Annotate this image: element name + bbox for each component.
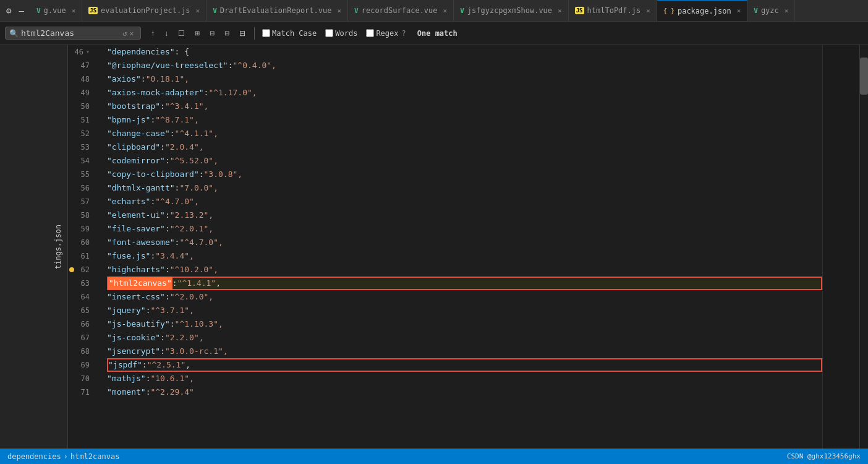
help-label[interactable]: ? [402,29,406,38]
line-number-row: 70 [68,372,95,385]
select-all-button[interactable]: ☐ [174,27,189,40]
code-line: "element-ui": "2.13.2", [107,208,822,222]
line-number-row: 65 [68,304,95,317]
fold-arrow[interactable]: ▾ [86,45,90,59]
search-bar: 🔍 ↺ ✕ ↑ ↓ ☐ ⊞ ⊟ ⊟ ⊟ Match Case Words Reg… [0,22,868,45]
line-number: 55 [81,168,90,181]
multiline-button[interactable]: ⊞ [191,28,203,38]
close-icon[interactable]: × [558,7,562,15]
close-icon[interactable]: × [337,7,341,15]
change-dot [69,267,74,272]
line-number-row: 49 [68,86,95,100]
line-number: 48 [81,72,90,86]
line-number: 58 [81,208,90,222]
line-number: 62 [81,263,90,277]
tab-label: jsfgyzcpgxmShow.vue [467,6,552,15]
replace-button[interactable]: ⊟ [206,28,218,38]
regex-option[interactable]: Regex ? [364,28,408,39]
search-icon: 🔍 [9,29,19,38]
filter-button[interactable]: ⊟ [236,27,249,40]
line-number-row: 53 [68,140,95,154]
tab-g-vue[interactable]: V g.vue × [30,0,82,22]
close-icon[interactable]: × [196,7,200,15]
tab-label: package.json [678,7,731,15]
search-clear-icon[interactable]: ↺ [122,29,127,38]
tab-label: evaluationProject.js [101,6,190,15]
search-close-icon[interactable]: ✕ [129,29,134,38]
tab-eval-project[interactable]: JS evaluationProject.js × [82,0,206,22]
close-icon[interactable]: × [785,7,789,15]
close-icon[interactable]: × [72,7,76,15]
regex-checkbox[interactable] [366,29,374,37]
line-number-row: 46▾ [68,45,95,59]
vue-icon: V [754,7,758,15]
line-number: 46 [75,45,83,59]
code-line: "bpmn-js": "^8.7.1", [107,113,822,127]
code-container: 46▾4748495051525354555657585960616263646… [68,45,868,449]
code-line: "font-awesome": "^4.7.0", [107,236,822,249]
line-number-row: 69 [68,358,95,372]
line-number-row: 50 [68,100,95,113]
line-number: 49 [81,86,90,100]
line-number-row: 58 [68,208,95,222]
line-number: 52 [81,127,90,140]
words-option[interactable]: Words [323,28,360,39]
regex-label: Regex [376,29,398,38]
settings-icon[interactable]: ⚙ [4,4,14,17]
code-line: "@riophae/vue-treeselect": "^0.4.0", [107,59,822,72]
sidebar-label: tings.json [54,225,62,269]
line-number-row: 66 [68,317,95,331]
prev-match-button[interactable]: ↑ [147,27,158,40]
code-line: "file-saver": "^2.0.1", [107,222,822,236]
code-line: "js-beautify": "^1.10.3", [107,317,822,331]
preserve-button[interactable]: ⊟ [221,28,233,38]
json-icon: { } [663,7,674,14]
next-match-button[interactable]: ↓ [161,27,172,40]
tab-package-json[interactable]: { } package.json × [657,0,747,22]
line-number: 53 [81,140,90,154]
status-right: CSDN @ghx123456ghx [787,452,861,460]
vue-icon: V [213,7,217,15]
tab-draft-eval[interactable]: V DraftEvaluationReport.vue × [206,0,348,22]
tab-gyzc[interactable]: V gyzc × [747,0,795,22]
words-checkbox[interactable] [325,29,333,37]
close-icon[interactable]: × [443,7,448,15]
js-icon: JS [575,7,584,14]
line-number: 54 [81,154,90,168]
code-line: "axios-mock-adapter": "^1.17.0", [107,86,822,100]
close-icon[interactable]: × [646,7,650,15]
line-number-row: 57 [68,195,95,208]
tab-jsfgyz[interactable]: V jsfgyzcpgxmShow.vue × [454,0,569,22]
line-number-row: 71 [68,385,95,399]
code-line: "dhtmlx-gantt": "7.0.0", [107,181,822,195]
search-input[interactable] [21,28,120,38]
line-number: 56 [81,181,90,195]
vue-icon: V [460,7,464,15]
line-number: 70 [81,372,90,385]
code-line: "dependencies": { [107,45,822,59]
match-case-checkbox[interactable] [262,29,270,37]
tab-html-to-pdf[interactable]: JS htmlToPdf.js × [569,0,657,22]
code-line: "html2canvas": "^1.4.1", [107,277,822,290]
code-lines[interactable]: "dependencies": { "@riophae/vue-treesele… [102,45,822,449]
editor-area: 46▾4748495051525354555657585960616263646… [68,45,868,449]
vue-icon: V [36,7,41,15]
line-numbers: 46▾4748495051525354555657585960616263646… [68,45,102,449]
code-line: "fuse.js": "3.4.4", [107,249,822,263]
code-line: "jsencrypt": "3.0.0-rc.1", [107,345,822,358]
line-number-row: 55 [68,168,95,181]
code-line: "highcharts": "^10.2.0", [107,263,822,277]
minimize-icon[interactable]: — [16,4,26,17]
line-number: 64 [81,290,90,304]
tab-record-surface[interactable]: V recordSurface.vue × [348,0,454,22]
scroll-indicator[interactable] [859,45,868,449]
scroll-thumb [860,58,868,95]
match-case-option[interactable]: Match Case [260,28,319,39]
code-line: "mathjs": "10.6.1", [107,372,822,385]
line-number-row: 47 [68,59,95,72]
line-number-row: 67 [68,331,95,345]
line-number-row: 64 [68,290,95,304]
close-icon[interactable]: × [737,7,741,15]
search-divider [254,27,255,40]
code-line: "codemirror": "^5.52.0", [107,154,822,168]
